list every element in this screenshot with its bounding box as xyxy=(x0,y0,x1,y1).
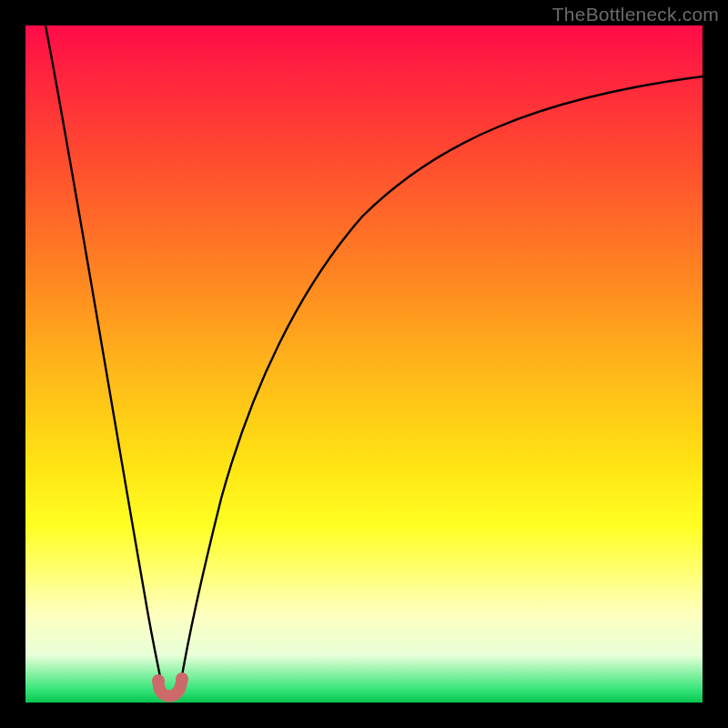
chart-canvas: TheBottleneck.com xyxy=(0,0,728,728)
watermark-text: TheBottleneck.com xyxy=(552,4,719,25)
valley-marker-left-dot xyxy=(152,674,165,687)
valley-marker-right-dot xyxy=(176,672,188,685)
curve-right-branch xyxy=(180,76,703,686)
curve-layer xyxy=(25,25,703,703)
curve-left-branch xyxy=(46,25,162,686)
plot-area xyxy=(25,25,703,703)
